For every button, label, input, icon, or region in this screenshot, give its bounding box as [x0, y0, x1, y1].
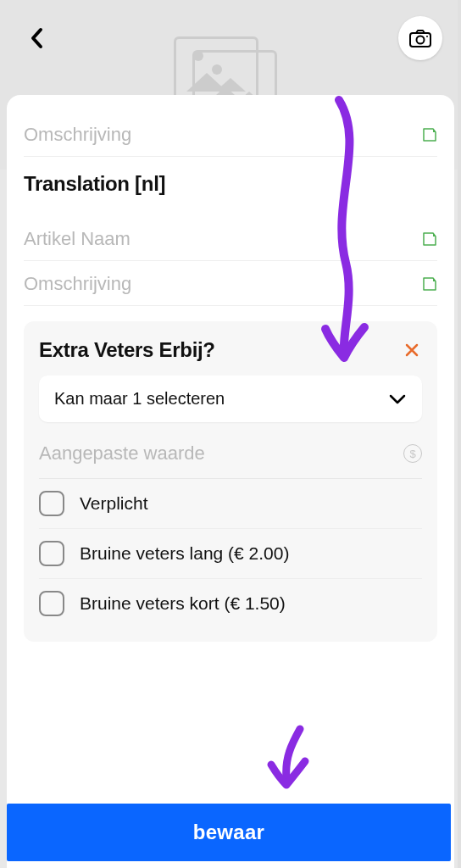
- form-sheet: Omschrijving Translation [nl] Artikel Na…: [7, 95, 454, 868]
- description-field-2[interactable]: Omschrijving: [24, 261, 437, 306]
- description-field-1[interactable]: Omschrijving: [24, 112, 437, 157]
- option-group-card: Extra Veters Erbij? Kan maar 1 selectere…: [24, 321, 437, 642]
- svg-rect-0: [410, 33, 430, 47]
- translation-heading: Translation [nl]: [24, 157, 437, 216]
- option-group-header: Extra Veters Erbij?: [39, 338, 422, 362]
- artikel-naam-field[interactable]: Artikel Naam: [24, 216, 437, 261]
- remove-option-group-button[interactable]: [402, 340, 422, 360]
- option-row-bruine-kort: Bruine veters kort (€ 1.50): [39, 579, 422, 628]
- selection-mode-dropdown[interactable]: Kan maar 1 selecteren: [39, 376, 422, 422]
- custom-value-label: Aangepaste waarde: [39, 442, 205, 465]
- option-label: Bruine veters kort (€ 1.50): [80, 593, 286, 614]
- field-label: Omschrijving: [24, 124, 131, 146]
- top-bar: [0, 0, 461, 76]
- back-button[interactable]: [19, 19, 56, 57]
- svg-point-2: [426, 36, 428, 37]
- svg-point-1: [417, 36, 425, 44]
- option-label: Bruine veters lang (€ 2.00): [80, 543, 289, 564]
- camera-button[interactable]: [398, 16, 442, 60]
- checkbox-verplicht[interactable]: [39, 491, 64, 516]
- broken-image-icon: [422, 127, 437, 142]
- field-label: Omschrijving: [24, 273, 131, 295]
- chevron-down-icon: [388, 393, 407, 405]
- broken-image-icon: [422, 276, 437, 292]
- option-row-verplicht: Verplicht: [39, 479, 422, 529]
- close-icon: [404, 342, 419, 358]
- camera-icon: [409, 29, 431, 47]
- currency-icon: $: [403, 444, 422, 463]
- broken-image-icon: [422, 231, 437, 247]
- save-button[interactable]: bewaar: [7, 804, 451, 861]
- right-divider: [458, 0, 461, 868]
- field-label: Artikel Naam: [24, 228, 131, 250]
- checkbox-bruine-kort[interactable]: [39, 591, 64, 616]
- chevron-left-icon: [29, 26, 46, 50]
- dropdown-label: Kan maar 1 selecteren: [54, 389, 225, 409]
- option-label: Verplicht: [80, 493, 148, 514]
- option-group-title: Extra Veters Erbij?: [39, 338, 215, 362]
- option-row-bruine-lang: Bruine veters lang (€ 2.00): [39, 529, 422, 579]
- checkbox-bruine-lang[interactable]: [39, 541, 64, 566]
- custom-value-row[interactable]: Aangepaste waarde $: [39, 422, 422, 479]
